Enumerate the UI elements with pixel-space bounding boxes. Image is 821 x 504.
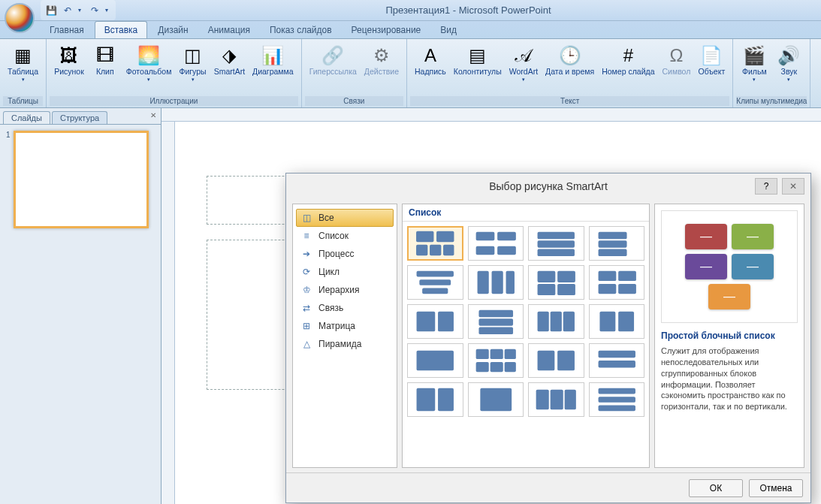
tab-slides[interactable]: Слайды — [3, 111, 50, 124]
layout-item[interactable] — [589, 304, 645, 339]
category-icon: ≡ — [300, 230, 312, 242]
qat-customize-icon[interactable]: ▾ — [105, 7, 111, 14]
album-icon: 🌅 — [137, 44, 161, 68]
layout-item[interactable] — [589, 382, 645, 417]
ribbon-tab-вставка[interactable]: Вставка — [95, 21, 148, 38]
button-label: Номер слайда — [602, 68, 654, 77]
ok-button[interactable]: ОК — [689, 479, 743, 497]
shapes-button[interactable]: ◫Фигуры▾ — [176, 42, 209, 84]
layout-item[interactable] — [468, 304, 524, 339]
button-label: Фильм — [742, 68, 767, 77]
category-label: Связь — [318, 303, 343, 313]
layout-item[interactable] — [407, 304, 463, 339]
category-процесс[interactable]: ➔Процесс — [296, 245, 394, 263]
button-label: Символ — [662, 68, 690, 77]
category-пирамида[interactable]: △Пирамида — [296, 335, 394, 353]
category-все[interactable]: ◫Все — [296, 209, 394, 227]
ribbon-tab-вид[interactable]: Вид — [431, 22, 466, 38]
table-button[interactable]: ▦Таблица▾ — [5, 42, 41, 84]
layout-item[interactable] — [528, 382, 584, 417]
wordart-icon: 𝒜 — [512, 44, 536, 68]
object-button[interactable]: 📄Объект — [695, 42, 728, 78]
category-матрица[interactable]: ⊞Матрица — [296, 317, 394, 335]
svg-rect-40 — [475, 349, 488, 359]
wordart-button[interactable]: 𝒜WordArt▾ — [506, 42, 541, 84]
ribbon-tab-главная[interactable]: Главная — [41, 22, 93, 38]
slide-thumbnail-1[interactable]: 1 — [6, 131, 155, 228]
movie-button[interactable]: 🎬Фильм▾ — [738, 42, 771, 84]
layout-item[interactable] — [528, 226, 584, 261]
svg-rect-43 — [475, 362, 488, 372]
help-button[interactable]: ? — [755, 178, 777, 195]
dialog-title: Выбор рисунка SmartArt — [489, 180, 608, 192]
svg-rect-57 — [598, 397, 635, 403]
category-цикл[interactable]: ⟳Цикл — [296, 263, 394, 281]
datetime-button[interactable]: 🕒Дата и время — [542, 42, 597, 78]
category-связь[interactable]: ⇄Связь — [296, 299, 394, 317]
ribbon-tab-рецензирование[interactable]: Рецензирование — [343, 22, 430, 38]
save-icon[interactable]: 💾 — [45, 5, 57, 17]
button-label: Действие — [364, 68, 399, 77]
undo-dropdown-icon[interactable]: ▾ — [78, 7, 84, 14]
office-button[interactable] — [5, 3, 35, 33]
clip-button[interactable]: 🎞Клип — [89, 42, 122, 78]
smartart-dialog: Выбор рисунка SmartArt ? ✕ ◫Все≡Список➔П… — [285, 173, 811, 503]
redo-icon[interactable]: ↷ — [89, 5, 101, 17]
category-icon: ⇄ — [300, 302, 312, 314]
preview-block: — — [732, 254, 774, 279]
group-label: Иллюстрации — [50, 96, 297, 106]
close-button[interactable]: ✕ — [782, 178, 804, 195]
layout-item[interactable] — [407, 226, 463, 261]
category-список[interactable]: ≡Список — [296, 227, 394, 245]
headerfooter-button[interactable]: ▤Колонтитулы — [451, 42, 505, 78]
layout-item[interactable] — [589, 265, 645, 300]
layout-item[interactable] — [468, 265, 524, 300]
textbox-button[interactable]: AНадпись — [412, 42, 449, 78]
layout-grid-scroll[interactable] — [403, 222, 649, 467]
svg-rect-14 — [598, 249, 626, 257]
layout-item[interactable] — [528, 265, 584, 300]
category-icon: ⟳ — [300, 266, 312, 278]
svg-rect-46 — [538, 351, 555, 371]
action-icon: ⚙ — [370, 44, 394, 68]
layout-item[interactable] — [589, 343, 645, 378]
album-button[interactable]: 🌅Фотоальбом▾ — [123, 42, 175, 84]
layout-item[interactable] — [589, 226, 645, 261]
svg-rect-7 — [475, 246, 494, 255]
dialog-buttons: ОК Отмена — [286, 472, 810, 502]
smartart-button[interactable]: ⬗SmartArt — [211, 42, 248, 78]
button-label: Таблица — [8, 68, 38, 77]
svg-rect-38 — [618, 312, 634, 332]
preview-description: Служит для отображения непоследовательны… — [661, 346, 798, 412]
ribbon-tab-дизайн[interactable]: Дизайн — [149, 22, 197, 38]
layout-item[interactable] — [407, 265, 463, 300]
layout-item[interactable] — [528, 304, 584, 339]
svg-rect-56 — [598, 388, 635, 394]
layout-item[interactable] — [468, 226, 524, 261]
ribbon-tab-анимация[interactable]: Анимация — [199, 22, 259, 38]
slidenum-button[interactable]: #Номер слайда — [599, 42, 657, 78]
picture-button[interactable]: 🖼Рисунок — [51, 42, 87, 78]
layout-grid-panel: Список — [402, 204, 650, 468]
layout-item[interactable] — [468, 343, 524, 378]
category-list: ◫Все≡Список➔Процесс⟳Цикл♔Иерархия⇄Связь⊞… — [292, 204, 397, 468]
undo-icon[interactable]: ↶ — [62, 5, 74, 17]
svg-rect-24 — [557, 284, 575, 295]
close-panel-icon[interactable]: ✕ — [150, 111, 156, 119]
chart-button[interactable]: 📊Диаграмма — [249, 42, 297, 78]
layout-item[interactable] — [468, 382, 524, 417]
svg-rect-39 — [417, 351, 454, 371]
sound-button[interactable]: 🔊Звук▾ — [772, 42, 805, 84]
svg-rect-1 — [436, 231, 454, 242]
layout-item[interactable] — [407, 343, 463, 378]
cancel-button[interactable]: Отмена — [749, 479, 803, 497]
chevron-down-icon: ▾ — [522, 77, 525, 83]
window-title: Презентация1 - Microsoft PowerPoint — [116, 5, 821, 16]
ribbon-tab-показ слайдов[interactable]: Показ слайдов — [261, 22, 341, 38]
svg-rect-4 — [443, 245, 454, 255]
layout-item[interactable] — [407, 382, 463, 417]
layout-item[interactable] — [528, 343, 584, 378]
category-иерархия[interactable]: ♔Иерархия — [296, 281, 394, 299]
tab-outline[interactable]: Структура — [52, 111, 107, 124]
svg-rect-3 — [430, 245, 441, 255]
